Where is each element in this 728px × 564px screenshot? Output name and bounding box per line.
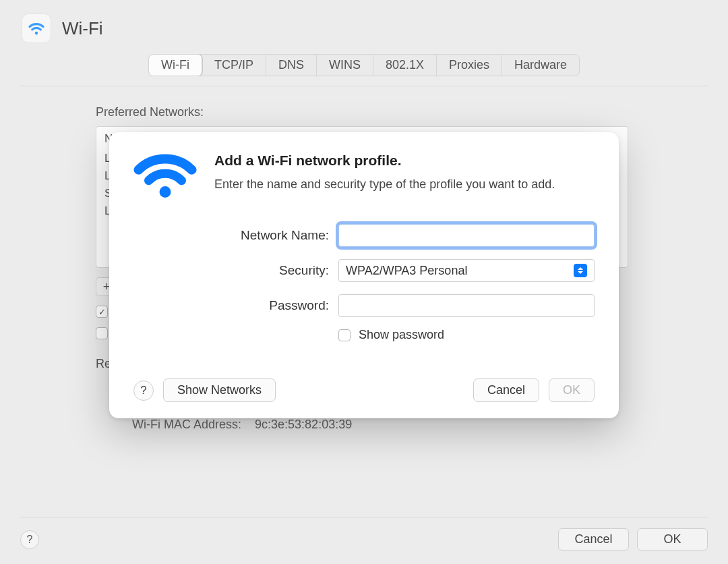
- show-networks-button[interactable]: Show Networks: [163, 378, 276, 402]
- wifi-icon: [133, 152, 197, 204]
- network-name-input[interactable]: [338, 224, 595, 247]
- svg-point-1: [160, 186, 171, 198]
- add-wifi-form: Network Name: Security: WPA2/WPA3 Person…: [214, 224, 595, 342]
- show-password-checkbox[interactable]: [338, 329, 351, 341]
- chevrons-up-down-icon: [574, 264, 587, 277]
- network-name-label: Network Name:: [214, 228, 329, 243]
- security-select[interactable]: WPA2/WPA3 Personal: [338, 259, 595, 282]
- sheet-help-button[interactable]: ?: [133, 380, 154, 401]
- password-label: Password:: [214, 298, 329, 313]
- tab-wifi[interactable]: Wi-Fi: [149, 55, 202, 76]
- modal-backdrop: Add a Wi-Fi network profile. Enter the n…: [0, 0, 728, 564]
- show-password-label: Show password: [359, 328, 444, 342]
- sheet-subtitle: Enter the name and security type of the …: [214, 175, 555, 193]
- security-label: Security:: [214, 263, 329, 278]
- wifi-preferences-window: Wi-Fi Wi-Fi TCP/IP DNS WINS 802.1X Proxi…: [0, 0, 728, 564]
- add-wifi-profile-sheet: Add a Wi-Fi network profile. Enter the n…: [109, 132, 619, 418]
- sheet-ok-button[interactable]: OK: [549, 378, 595, 402]
- password-input[interactable]: [338, 294, 595, 317]
- sheet-cancel-button[interactable]: Cancel: [473, 378, 539, 402]
- security-value: WPA2/WPA3 Personal: [346, 264, 467, 278]
- sheet-title: Add a Wi-Fi network profile.: [214, 152, 555, 169]
